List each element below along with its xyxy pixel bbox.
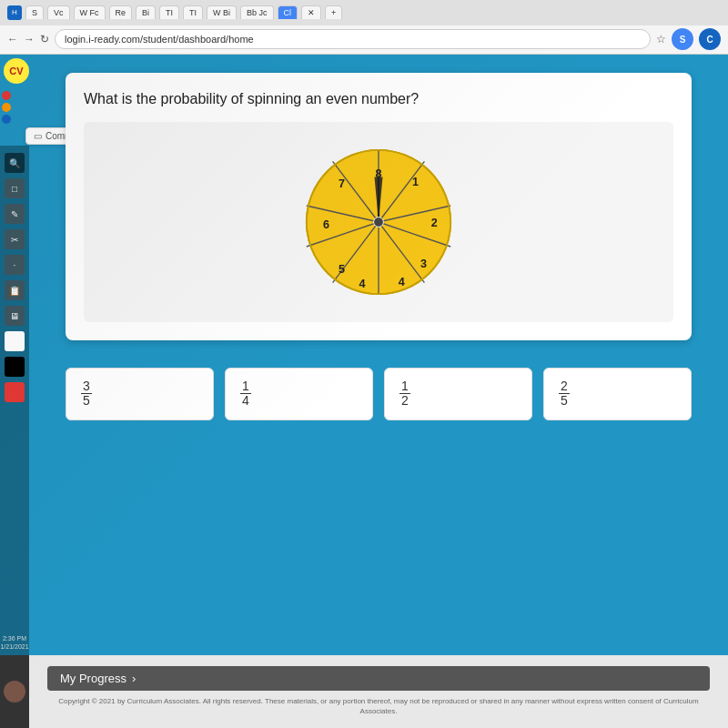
tab-close[interactable]: ✕ [301, 5, 321, 19]
tool-2[interactable]: ✎ [5, 204, 25, 224]
tab-new[interactable]: + [325, 5, 342, 19]
svg-text:4: 4 [399, 276, 405, 288]
tab-w-fc[interactable]: W Fc [74, 5, 106, 19]
svg-text:4: 4 [359, 278, 365, 290]
fraction-2: 1 4 [240, 379, 251, 409]
time-display: 2:36 PM 1/21/2021 [0, 634, 29, 651]
svg-text:7: 7 [339, 177, 345, 190]
question-card: What is the probability of spinning an e… [66, 73, 692, 340]
fraction-4: 2 5 [559, 379, 570, 409]
tool-color-white[interactable] [5, 331, 25, 351]
bottom-bar: My Progress › Copyright © 2021 by Curric… [29, 655, 728, 728]
screen-area: CV ▭ Comments 🔍 □ ✎ ✂ · 📋 🖥 What is the … [0, 55, 728, 728]
answer-button-2[interactable]: 1 4 [225, 368, 373, 420]
question-text: What is the probability of spinning an e… [84, 91, 673, 107]
tool-4[interactable]: · [5, 255, 25, 275]
fraction-3-den: 2 [399, 394, 410, 408]
tool-color-black[interactable] [5, 357, 25, 377]
notification-dots [2, 91, 11, 124]
arrow-icon: › [132, 672, 136, 685]
cv-badge: CV [4, 58, 29, 84]
address-bar[interactable] [55, 29, 651, 49]
svg-text:1: 1 [412, 176, 419, 188]
fraction-4-den: 5 [559, 394, 570, 408]
dot-blue [2, 115, 11, 124]
tool-1[interactable]: □ [5, 178, 25, 198]
fraction-3: 1 2 [399, 379, 410, 409]
svg-text:3: 3 [420, 258, 427, 270]
tab-cl[interactable]: Cl [278, 5, 298, 19]
tab-re[interactable]: Re [109, 5, 133, 19]
answer-button-4[interactable]: 2 5 [543, 368, 692, 420]
fraction-1-num: 3 [81, 379, 92, 394]
fraction-2-num: 1 [240, 379, 251, 394]
tab-ti2[interactable]: TI [183, 5, 203, 19]
avatar-area [0, 655, 29, 728]
bookmark-button[interactable]: ☆ [656, 33, 666, 46]
tab-bb-jc[interactable]: Bb Jc [240, 5, 274, 19]
back-button[interactable]: ← [7, 33, 18, 46]
browser-icon: H [7, 5, 22, 20]
tool-6[interactable]: 🖥 [5, 306, 25, 326]
tab-s[interactable]: S [25, 5, 44, 19]
tool-color-red[interactable] [5, 382, 25, 402]
tab-ti1[interactable]: TI [159, 5, 179, 19]
date-text: 1/21/2021 [0, 643, 28, 650]
refresh-button[interactable]: ↻ [40, 33, 49, 46]
tab-vc[interactable]: Vc [47, 5, 70, 19]
profile-avatar-2[interactable]: C [699, 28, 721, 50]
svg-text:2: 2 [431, 217, 438, 229]
tab-bar: H S Vc W Fc Re Bi TI TI W Bi Bb Jc Cl ✕ … [0, 0, 728, 25]
fraction-3-num: 1 [399, 379, 410, 394]
spinner-area: 8 1 2 3 4 4 5 6 7 [84, 122, 673, 322]
forward-button[interactable]: → [24, 33, 35, 46]
tab-bi[interactable]: Bi [136, 5, 156, 19]
answer-button-1[interactable]: 3 5 [66, 368, 214, 420]
answer-choices: 3 5 1 4 1 2 2 5 [66, 368, 692, 420]
svg-text:6: 6 [323, 218, 329, 231]
time-text: 2:36 PM [3, 635, 26, 642]
tool-5[interactable]: 📋 [5, 280, 25, 300]
svg-point-24 [374, 217, 384, 228]
browser-chrome: H S Vc W Fc Re Bi TI TI W Bi Bb Jc Cl ✕ … [0, 0, 728, 55]
nav-bar: ← → ↻ ☆ S C [0, 25, 728, 54]
tab-w-bi[interactable]: W Bi [207, 5, 237, 19]
tool-search[interactable]: 🔍 [5, 153, 25, 173]
my-progress-label: My Progress [60, 672, 126, 685]
svg-text:5: 5 [339, 263, 345, 276]
fraction-2-den: 4 [240, 394, 251, 408]
spinner-svg: 8 1 2 3 4 4 5 6 7 [297, 140, 460, 304]
dot-red [2, 91, 11, 100]
fraction-1: 3 5 [81, 379, 92, 409]
copyright-text: Copyright © 2021 by Curriculum Associate… [47, 696, 710, 716]
main-content: What is the probability of spinning an e… [29, 55, 728, 728]
fraction-1-den: 5 [81, 394, 92, 408]
fraction-4-num: 2 [559, 379, 570, 394]
dot-orange [2, 103, 11, 112]
user-avatar [4, 681, 25, 703]
my-progress-button[interactable]: My Progress › [47, 666, 710, 691]
tool-3[interactable]: ✂ [5, 229, 25, 249]
profile-avatar[interactable]: S [672, 28, 693, 50]
answer-button-3[interactable]: 1 2 [384, 368, 532, 420]
